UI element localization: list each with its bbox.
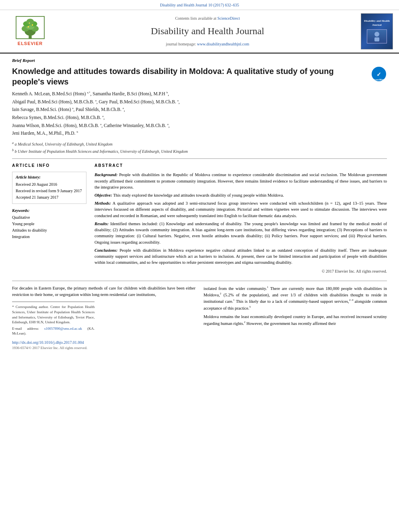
body-left-col: For decades in Eastern Europe, the prima… (12, 285, 195, 351)
abstract-column: ABSTRACT Background: People with disabil… (95, 163, 387, 275)
svg-point-12 (374, 32, 379, 37)
article-info-abstract-row: ARTICLE INFO Article history: Received 2… (12, 163, 387, 275)
doi-link[interactable]: http://dx.doi.org/10.1016/j.dhjo.2017.01… (12, 339, 195, 345)
background-label: Background: (95, 173, 117, 177)
sciencedirect-line: Contents lists available at ScienceDirec… (175, 16, 240, 21)
journal-title-area: Contents lists available at ScienceDirec… (56, 13, 359, 49)
keywords-box: Keywords: Qualitative Young people Attit… (12, 208, 86, 240)
keyword-1: Qualitative (12, 215, 86, 220)
body-right-col: isolated from the wider community.1 Ther… (204, 285, 387, 351)
svg-point-9 (32, 25, 33, 26)
journal-name: Disability and Health Journal (151, 25, 264, 38)
body-two-col: For decades in Eastern Europe, the prima… (12, 285, 387, 351)
svg-point-7 (27, 19, 34, 25)
journal-homepage-line: journal homepage: www.disabilityandhealt… (166, 41, 249, 47)
journal-cover-image: Disability and Health Journal (361, 13, 393, 49)
article-title-row: Knowledge and attitudes towards disabili… (12, 66, 387, 87)
journal-homepage-link[interactable]: www.disabilityandhealthjnl.com (197, 42, 249, 46)
keyword-2: Young people (12, 221, 86, 227)
crossmark-icon: ✓ CrossMark (371, 66, 387, 82)
article-title: Knowledge and attitudes towards disabili… (12, 66, 371, 87)
article-info-heading: ARTICLE INFO (12, 163, 86, 168)
abstract-background: Background: People with disabilities in … (95, 172, 387, 190)
page: Disability and Health Journal 10 (2017) … (0, 0, 399, 532)
results-text: Identified themes included: (1) Knowledg… (95, 222, 387, 244)
elsevier-label: ELSEVIER (18, 41, 43, 47)
methods-text: A qualitative approach was adopted and 3… (95, 201, 387, 218)
keyword-3: Attitudes to disability (12, 228, 86, 233)
methods-label: Methods: (95, 201, 111, 205)
article-type-label: Brief Report (12, 58, 387, 64)
abstract-heading: ABSTRACT (95, 163, 387, 168)
authors-section: Kenneth A. McLean, B.Med.Sci (Hons) a,*,… (12, 90, 387, 137)
email-link[interactable]: s10057890@sms.ed.ac.uk (44, 327, 82, 331)
elsevier-logo-area: ELSEVIER (4, 13, 56, 49)
history-label: Article history: (16, 175, 83, 180)
issn-text: 1936-6574/© 2017 Elsevier Inc. All right… (12, 345, 195, 351)
body-left-para: For decades in Eastern Europe, the prima… (12, 285, 195, 298)
conclusions-text: People with disabilities in Moldova expe… (95, 248, 387, 265)
elsevier-tree-icon (14, 16, 46, 40)
article-body: Brief Report Knowledge and attitudes tow… (0, 53, 399, 359)
revised-date: Received in revised form 9 January 2017 (16, 188, 83, 194)
keywords-label: Keywords: (12, 208, 86, 214)
bottom-links: http://dx.doi.org/10.1016/j.dhjo.2017.01… (12, 339, 195, 351)
copyright-line: © 2017 Elsevier Inc. All rights reserved… (95, 269, 387, 275)
conclusions-label: Conclusions: (95, 248, 117, 253)
elsevier-logo: ELSEVIER (14, 16, 46, 47)
svg-point-10 (29, 23, 30, 24)
abstract-methods: Methods: A qualitative approach was adop… (95, 200, 387, 219)
abstract-conclusions: Conclusions: People with disabilities in… (95, 247, 387, 266)
abstract-results: Results: Identified themes included: (1)… (95, 221, 387, 245)
footnote-corresponding: * Corresponding author. Centre for Popul… (12, 304, 95, 325)
results-label: Results: (95, 222, 109, 226)
abstract-objective: Objective: This study explored the knowl… (95, 192, 387, 198)
objective-label: Objective: (95, 193, 112, 197)
body-section: For decades in Eastern Europe, the prima… (12, 281, 387, 351)
footnotes-section: * Corresponding author. Centre for Popul… (12, 302, 95, 336)
section-divider-1 (12, 158, 387, 159)
affiliation-b: b b Usher Institute of Population Health… (12, 148, 387, 154)
abstract-text: Background: People with disabilities in … (95, 172, 387, 275)
svg-point-8 (28, 26, 29, 28)
journal-header: ELSEVIER Contents lists available at Sci… (0, 10, 399, 53)
background-text: People with disabilities in the Republic… (95, 173, 387, 189)
article-history-box: Article history: Received 20 August 2016… (12, 172, 86, 204)
affiliation-a: a a Medical School, University of Edinbu… (12, 141, 387, 147)
svg-rect-13 (374, 37, 379, 41)
journal-cover-area: Disability and Health Journal (359, 13, 395, 49)
footnote-email: E-mail address: s10057890@sms.ed.ac.uk (… (12, 326, 95, 336)
body-right-para-1: isolated from the wider community.1 Ther… (204, 285, 387, 311)
article-info-column: ARTICLE INFO Article history: Received 2… (12, 163, 86, 275)
journal-reference-bar: Disability and Health Journal 10 (2017) … (0, 0, 399, 10)
accepted-date: Accepted 21 January 2017 (16, 195, 83, 200)
svg-text:✓: ✓ (376, 71, 381, 78)
svg-text:CrossMark: CrossMark (372, 78, 385, 81)
journal-ref-text: Disability and Health Journal 10 (2017) … (160, 3, 239, 7)
keyword-4: Integration (12, 234, 86, 240)
body-right-para-2: Moldova remains the least economically d… (204, 314, 387, 327)
received-date: Received 20 August 2016 (16, 182, 83, 187)
sciencedirect-link[interactable]: ScienceDirect (217, 16, 240, 21)
objective-text: This study explored the knowledge and at… (113, 193, 284, 197)
